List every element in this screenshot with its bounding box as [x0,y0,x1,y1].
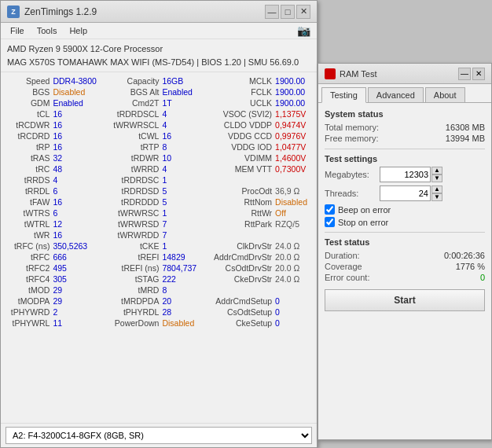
megabytes-up[interactable]: ▲ [431,167,442,174]
table-label: tMRDPDA [108,296,161,307]
table-value: Disabled [160,318,207,329]
table-label: tPHYWRL [6,318,51,329]
table-label: tWR [6,230,51,241]
table-value: 222 [160,274,207,285]
table-label: tWRWRSCL [108,119,161,130]
tab-about[interactable]: About [425,87,465,102]
duration-value: 0:00:26:36 [444,251,485,260]
maximize-button[interactable]: □ [281,5,295,19]
coverage-label: Coverage [325,262,362,271]
megabytes-input[interactable] [380,167,431,182]
zentimings-icon: Z [7,6,20,18]
table-label: tRFC2 [6,263,51,274]
test-status-title: Test status [325,237,485,247]
stop-checkbox[interactable] [325,217,335,227]
menu-file[interactable]: File [4,24,31,37]
beep-checkbox[interactable] [325,204,335,215]
table-value: 20 [160,296,207,307]
threads-row: Threads: ▲ ▼ [325,185,485,201]
table-value: 1 [160,241,207,252]
table-label: tREFI (ns) [108,263,161,274]
ramtest-icon [325,68,336,79]
table-label: FCLK [207,86,274,97]
error-count-row: Error count: 0 [325,272,485,283]
threads-input[interactable] [380,185,431,201]
ramtest-minimize[interactable]: — [458,68,471,80]
table-label: MCLK [207,75,274,86]
table-label [207,285,274,296]
table-value [274,285,312,296]
start-button[interactable]: Start [325,289,485,311]
duration-label: Duration: [325,251,360,260]
menu-help[interactable]: Help [63,24,94,37]
threads-up[interactable]: ▲ [431,185,442,193]
table-label: tRDWR [108,152,161,163]
ramtest-window-buttons: — ✕ [458,68,485,80]
table-value: 16 [51,230,107,241]
table-label: tRP [6,141,51,152]
table-value: 12 [51,218,107,230]
camera-button[interactable]: 📷 [294,24,314,37]
tab-testing[interactable]: Testing [321,87,366,103]
table-label: tRRDL [6,185,51,196]
table-value: 28 [160,307,207,318]
ramtest-body: System status Total memory: 16308 MB Fre… [318,103,491,439]
tab-advanced[interactable]: Advanced [368,87,424,102]
table-label: tPHYWRD [6,307,51,318]
table-label: tFAW [6,196,51,207]
table-value [274,230,312,241]
table-label: tMOD [6,285,51,296]
total-memory-row: Total memory: 16308 MB [325,122,485,133]
megabytes-label: Megabytes: [325,170,380,179]
threads-down[interactable]: ▼ [431,193,442,201]
table-label: tRAS [6,152,51,163]
stop-label: Stop on error [338,218,388,227]
bottom-bar: A2: F4-3200C14-8GFX (8GB, SR) [1,423,317,447]
megabytes-down[interactable]: ▼ [431,174,442,182]
table-value: Enabled [51,97,107,108]
table-value: 24.0 Ω [274,274,312,285]
megabytes-spinner: ▲ ▼ [431,167,442,182]
table-label: tWTRL [6,218,51,230]
table-value: 16 [51,108,107,119]
table-value: Disabled [51,86,107,97]
system-status-title: System status [325,109,485,119]
table-label: BGS [6,86,51,97]
table-label: CkeDrvStr [207,274,274,285]
divider-1 [325,149,485,149]
table-value: 4 [51,174,107,185]
table-value: 20.0 Ω [274,252,312,263]
table-value: 1T [160,97,207,108]
table-value: 1900.00 [274,97,312,108]
close-button[interactable]: ✕ [296,5,310,19]
table-value: Off [274,207,312,218]
table-value: 16 [160,130,207,141]
table-value: 1,4600V [274,152,312,163]
menu-tools[interactable]: Tools [31,24,64,37]
table-label: tRRDS [6,174,51,185]
table-label: AddrCmdDrvStr [207,252,274,263]
table-value: 305 [51,274,107,285]
threads-spinner: ▲ ▼ [431,185,442,201]
table-label: BGS Alt [108,86,161,97]
ramtest-title: RAM Test [340,69,458,79]
ramtest-close[interactable]: ✕ [472,68,485,80]
table-label: Cmd2T [108,97,161,108]
coverage-row: Coverage 1776 % [325,261,485,272]
table-label: tPHYRDL [108,307,161,318]
cpu-line1: AMD Ryzen 9 5900X 12-Core Processor [7,42,310,56]
table-value: 6 [51,207,107,218]
module-select[interactable]: A2: F4-3200C14-8GFX (8GB, SR) [6,427,312,444]
minimize-button[interactable]: — [265,5,279,19]
table-label: tRDRDSD [108,185,161,196]
table-value: DDR4-3800 [51,75,107,86]
ramtest-title-bar: RAM Test — ✕ [318,64,491,84]
table-value: 0 [274,307,312,318]
table-value: 5 [160,196,207,207]
table-value: 4 [160,119,207,130]
table-value: 495 [51,263,107,274]
table-label: tSTAG [108,274,161,285]
table-value: 350,5263 [51,241,107,252]
table-value: 0,7300V [274,163,312,174]
table-label: tWRRD [108,163,161,174]
